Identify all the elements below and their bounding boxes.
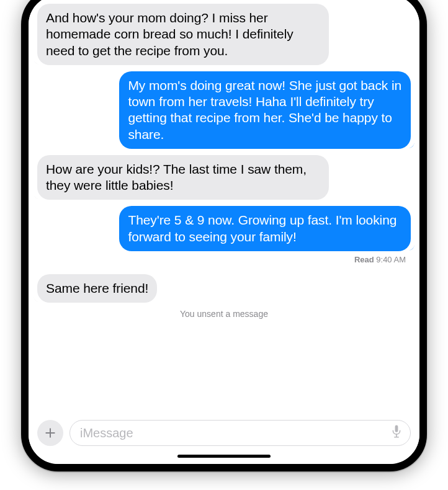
message-bubble: Same here friend! [37, 274, 157, 303]
phone-frame: And how's your mom doing? I miss her hom… [21, 0, 427, 471]
message-row-outgoing[interactable]: My mom's doing great now! She just got b… [37, 71, 411, 149]
system-note-unsent: You unsent a message [37, 309, 411, 319]
messages-screen: And how's your mom doing? I miss her hom… [29, 0, 419, 464]
read-time: 9:40 AM [376, 255, 406, 264]
read-receipt: Read 9:40 AM [354, 255, 406, 264]
plus-icon [44, 427, 56, 439]
message-bubble: My mom's doing great now! She just got b… [119, 71, 411, 149]
add-attachment-button[interactable] [37, 420, 63, 446]
microphone-icon [390, 424, 403, 439]
message-bubble: How are your kids!? The last time I saw … [37, 155, 329, 200]
read-status: Read [354, 255, 374, 264]
message-row-incoming[interactable]: How are your kids!? The last time I saw … [37, 155, 411, 200]
home-indicator[interactable] [177, 455, 271, 458]
message-bubble: They're 5 & 9 now. Growing up fast. I'm … [119, 206, 411, 251]
message-row-outgoing[interactable]: They're 5 & 9 now. Growing up fast. I'm … [37, 206, 411, 251]
conversation-thread[interactable]: And how's your mom doing? I miss her hom… [29, 0, 419, 415]
message-input[interactable]: iMessage [69, 420, 411, 446]
message-row-incoming[interactable]: Same here friend! [37, 274, 411, 303]
message-row-incoming[interactable]: And how's your mom doing? I miss her hom… [37, 4, 411, 65]
message-bubble: And how's your mom doing? I miss her hom… [37, 4, 329, 65]
dictation-button[interactable] [390, 424, 403, 442]
svg-rect-0 [395, 425, 398, 432]
message-composer: iMessage [29, 415, 419, 453]
message-input-placeholder: iMessage [80, 426, 390, 440]
